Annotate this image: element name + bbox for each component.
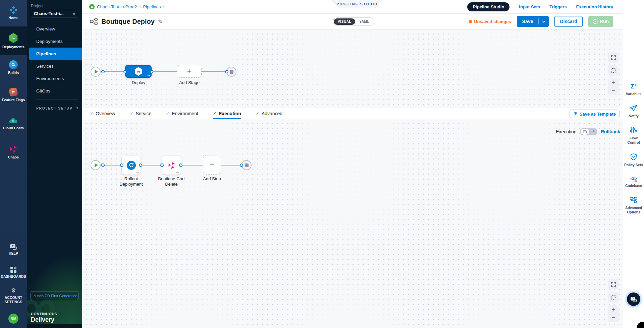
rail-codebase[interactable]: </> Codebase [624, 176, 644, 188]
tab-pipeline-studio[interactable]: Pipeline Studio [467, 2, 509, 11]
warning-triangle-icon [634, 180, 638, 182]
breadcrumb-project-link[interactable]: Chaos-Test-in-Prod2 [97, 4, 137, 9]
sidebar-item-services[interactable]: Services [27, 60, 82, 72]
module-home-label: Home [8, 16, 18, 20]
help-label: HELP [9, 251, 18, 255]
fullscreen-button[interactable] [608, 52, 619, 63]
policy-sets-icon [630, 153, 637, 161]
rail-flow-control[interactable]: Flow Control [624, 127, 644, 145]
discard-button[interactable]: Discard [554, 16, 582, 27]
breadcrumb: ∞ Chaos-Test-in-Prod2 › Pipelines › [82, 4, 165, 9]
fullscreen-icon [611, 55, 616, 60]
play-icon [95, 70, 98, 74]
run-button-label: Run [600, 19, 609, 24]
module-feature-flags[interactable]: ⚑ Feature Flags [0, 84, 27, 105]
pipeline-title-group: Boutique Deploy ✎ [82, 17, 162, 25]
save-as-template-button[interactable]: Save as Template [570, 110, 620, 118]
deployments-icon: ∞ [9, 33, 18, 43]
toggle-yaml[interactable]: YAML [355, 18, 373, 25]
project-setup-toggle[interactable]: PROJECT SETUP ▾ [36, 106, 78, 110]
tab-overview-label: Overview [96, 111, 115, 116]
run-button[interactable]: Run [588, 16, 613, 27]
tab-input-sets[interactable]: Input Sets [519, 4, 540, 9]
save-options-caret[interactable] [539, 20, 549, 23]
chaos-step-icon [167, 161, 176, 170]
sidebar-item-environments[interactable]: Environments [27, 72, 82, 85]
module-cloud-costs-label: Cloud Costs [3, 126, 24, 130]
tab-advanced-label: Advanced [262, 111, 282, 116]
step-node-rollout-deployment[interactable]: </> [122, 156, 141, 175]
save-button[interactable]: Save [517, 16, 549, 27]
sidebar-item-overview[interactable]: Overview [27, 23, 82, 35]
module-deployments[interactable]: ∞ Deployments [0, 26, 27, 55]
fullscreen-button[interactable] [608, 279, 619, 289]
rail-policy-sets[interactable]: Policy Sets [624, 153, 644, 167]
edit-pencil-icon[interactable]: ✎ [158, 18, 162, 25]
stage-config-tabs: ✓Overview ✓Service ✓Environment ✓Executi… [82, 108, 623, 119]
pipeline-start-node[interactable] [91, 67, 101, 77]
module-dashboards[interactable]: DASHBOARDS [0, 265, 27, 280]
tab-execution-history[interactable]: Execution History [576, 4, 613, 9]
sidebar-item-pipelines[interactable]: Pipelines [29, 48, 82, 60]
fit-view-button[interactable] [608, 292, 619, 303]
module-account-settings[interactable]: ⚙ ACCOUNT SETTINGS [0, 285, 27, 306]
zoom-control: + − [608, 305, 619, 322]
execution-start-node[interactable] [91, 160, 101, 170]
sidebar-item-deployments[interactable]: Deployments [27, 35, 82, 48]
edge [221, 165, 242, 166]
add-stage-button[interactable]: + [177, 65, 202, 78]
add-step-button[interactable]: + [203, 155, 221, 175]
stage-canvas[interactable]: ∞ </> Deploy + Add Stage + − [82, 29, 623, 108]
rail-notify[interactable]: Notify [624, 105, 644, 118]
breadcrumb-pipelines-link[interactable]: Pipelines [143, 4, 161, 9]
execution-rollback-toggle[interactable]: ↻ [580, 128, 597, 135]
brand-delivery: Delivery [31, 316, 54, 323]
flow-control-icon [630, 127, 637, 134]
rail-variables[interactable]: Σx Variables [624, 82, 644, 96]
module-chaos-label: Chaos [8, 155, 19, 159]
visual-yaml-toggle[interactable]: VISUAL YAML [333, 17, 374, 26]
tab-service[interactable]: ✓Service [130, 108, 151, 119]
tab-advanced[interactable]: ✓Advanced [256, 108, 282, 119]
module-home[interactable]: Home [0, 3, 27, 23]
step-label-boutique: Boutique CartDelete [155, 176, 188, 187]
zoom-out-icon[interactable]: − [608, 88, 619, 94]
module-builds[interactable]: Builds [0, 57, 27, 78]
rollback-label[interactable]: Rollback [601, 129, 620, 134]
step-label-line: Boutique Cart [158, 176, 185, 181]
save-button-label[interactable]: Save [517, 19, 539, 24]
unsaved-changes-label: Unsaved changes [474, 19, 511, 24]
toggle-visual[interactable]: VISUAL [334, 18, 355, 25]
module-cloud-costs[interactable]: $ Cloud Costs [0, 113, 27, 133]
execution-canvas[interactable]: Execution ↻ Rollback </> Roll [82, 119, 623, 328]
plus-icon: + [187, 68, 192, 75]
sidebar-divider [36, 99, 78, 100]
rail-flow-control-label: Flow Control [624, 136, 644, 145]
stage-node-deploy[interactable]: ∞ </> [125, 65, 152, 78]
zoom-out-icon[interactable]: − [608, 315, 619, 321]
unsaved-dot-icon [469, 20, 472, 23]
sidebar-item-gitops[interactable]: GitOps [27, 85, 82, 97]
project-selector[interactable]: Chaos-Test-i... » [31, 10, 78, 17]
module-chaos[interactable]: Chaos [0, 142, 27, 161]
fit-view-button[interactable] [608, 65, 619, 76]
chat-help-bubble[interactable]: ? [627, 292, 640, 306]
launch-cd-first-gen-button[interactable]: Launch CD First Generation [31, 291, 78, 300]
add-step-label: Add Step [195, 176, 229, 182]
help-icon: ? [10, 244, 17, 250]
right-rail: Σx Variables Notify Flow Control Policy … [623, 0, 644, 328]
tab-overview[interactable]: ✓Overview [90, 108, 115, 119]
module-help[interactable]: ? HELP [0, 242, 27, 257]
chevron-down-icon: ▾ [76, 106, 78, 110]
tab-triggers[interactable]: Triggers [549, 4, 567, 9]
rail-advanced-options[interactable]: Advanced Options [624, 196, 644, 214]
breadcrumb-separator-2: › [163, 4, 164, 9]
tab-execution[interactable]: ✓Execution [213, 108, 241, 119]
chevron-down-icon [542, 20, 545, 23]
zoom-in-icon[interactable]: + [608, 80, 619, 86]
template-upload-icon [574, 112, 578, 116]
step-node-boutique-cart-delete[interactable]: </> [162, 156, 181, 175]
avatar[interactable]: NM [8, 314, 18, 324]
zoom-in-icon[interactable]: + [608, 307, 619, 313]
tab-environment[interactable]: ✓Environment [166, 108, 198, 119]
